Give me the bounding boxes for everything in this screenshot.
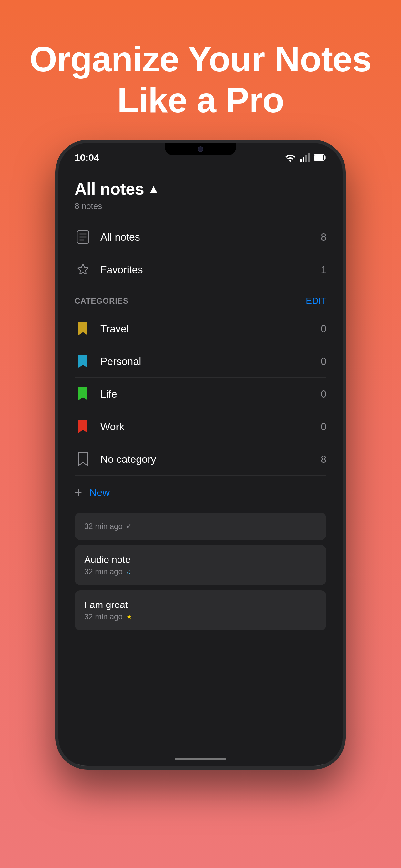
work-bookmark-icon xyxy=(74,418,91,435)
category-personal-item[interactable]: Personal 0 xyxy=(74,345,327,378)
category-life-item[interactable]: Life 0 xyxy=(74,378,327,410)
nocategory-count: 8 xyxy=(320,454,327,465)
volume-down-button xyxy=(55,243,57,269)
life-label: Life xyxy=(100,388,320,400)
note-card-3-time: 32 min ago xyxy=(84,612,123,621)
new-category-button[interactable]: New xyxy=(89,487,110,499)
title-arrow-icon[interactable]: ▲ xyxy=(148,182,159,196)
favorites-label: Favorites xyxy=(100,264,320,276)
note-card-2-icon: ♫ xyxy=(126,567,131,576)
status-time: 10:04 xyxy=(74,152,99,163)
edit-categories-button[interactable]: EDIT xyxy=(306,296,327,306)
favorites-item[interactable]: Favorites 1 xyxy=(74,253,327,286)
svg-rect-2 xyxy=(305,155,307,162)
favorites-icon xyxy=(74,261,91,278)
note-card-3-meta: 32 min ago ★ xyxy=(84,612,317,621)
note-card-1-icon: ✓ xyxy=(126,522,132,531)
power-button xyxy=(344,221,346,259)
note-card-1-time: 32 min ago xyxy=(84,522,123,531)
life-count: 0 xyxy=(320,388,327,400)
note-card-2[interactable]: Audio note 32 min ago ♫ xyxy=(74,545,327,585)
phone-notch xyxy=(165,143,236,155)
new-button-row[interactable]: + New xyxy=(74,476,327,509)
personal-bookmark-icon xyxy=(74,353,91,370)
notes-count: 8 notes xyxy=(74,201,327,211)
life-bookmark-icon xyxy=(74,385,91,402)
note-card-2-title: Audio note xyxy=(84,554,317,565)
camera-dot xyxy=(197,146,204,152)
note-card-1[interactable]: 32 min ago ✓ xyxy=(74,513,327,540)
phone-content: All notes ▲ 8 notes All notes 8 xyxy=(58,166,343,764)
work-label: Work xyxy=(100,421,320,433)
screen-title-row: All notes ▲ xyxy=(74,179,327,198)
personal-label: Personal xyxy=(100,355,320,368)
signal-icon xyxy=(300,153,310,162)
battery-icon xyxy=(313,154,327,161)
travel-count: 0 xyxy=(320,323,327,335)
hero-title: Organize Your Notes Like a Pro xyxy=(0,0,401,140)
silent-button xyxy=(55,195,57,214)
note-card-3[interactable]: I am great 32 min ago ★ xyxy=(74,590,327,630)
home-indicator xyxy=(175,758,226,761)
note-card-3-title: I am great xyxy=(84,599,317,610)
svg-rect-5 xyxy=(314,155,323,160)
categories-section-label: CATEGORIES xyxy=(74,297,128,306)
screen-title: All notes xyxy=(74,179,144,198)
all-notes-label: All notes xyxy=(100,231,320,243)
work-count: 0 xyxy=(320,421,327,433)
plus-icon: + xyxy=(74,485,82,500)
personal-count: 0 xyxy=(320,355,327,368)
note-card-1-meta: 32 min ago ✓ xyxy=(84,522,317,531)
note-card-2-time: 32 min ago xyxy=(84,567,123,576)
note-card-3-icon: ★ xyxy=(126,613,132,621)
wifi-icon xyxy=(284,153,296,162)
svg-rect-1 xyxy=(303,157,305,162)
nocategory-bookmark-icon xyxy=(74,451,91,468)
all-notes-count: 8 xyxy=(320,231,327,243)
categories-header: CATEGORIES EDIT xyxy=(74,286,327,313)
all-notes-item[interactable]: All notes 8 xyxy=(74,221,327,253)
svg-rect-6 xyxy=(325,156,326,159)
phone-mockup: 10:04 All notes ▲ xyxy=(55,140,346,770)
category-nocategory-item[interactable]: No category 8 xyxy=(74,443,327,476)
status-icons xyxy=(284,153,327,162)
all-notes-icon xyxy=(74,228,91,245)
favorites-count: 1 xyxy=(320,264,327,276)
nocategory-label: No category xyxy=(100,454,320,465)
svg-rect-0 xyxy=(300,159,302,162)
travel-bookmark-icon xyxy=(74,320,91,337)
travel-label: Travel xyxy=(100,323,320,335)
note-card-2-meta: 32 min ago ♫ xyxy=(84,567,317,576)
category-work-item[interactable]: Work 0 xyxy=(74,410,327,443)
category-travel-item[interactable]: Travel 0 xyxy=(74,313,327,345)
volume-up-button xyxy=(55,208,57,234)
note-cards-area: 32 min ago ✓ Audio note 32 min ago ♫ I a… xyxy=(74,513,327,630)
svg-rect-3 xyxy=(308,153,310,162)
